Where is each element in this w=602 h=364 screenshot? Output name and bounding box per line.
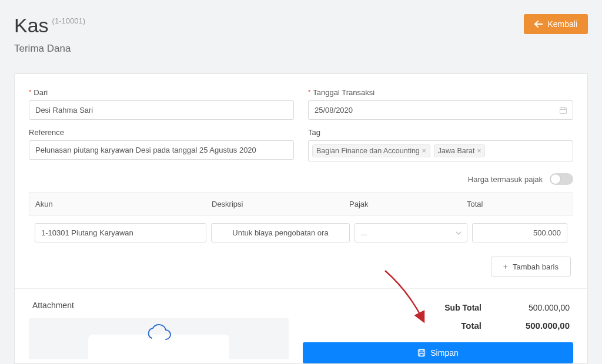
chevron-down-icon [456, 231, 461, 235]
arrow-left-icon [534, 21, 543, 28]
tag-input[interactable]: Bagian Finance dan Accounting × Jawa Bar… [308, 140, 573, 161]
close-icon[interactable]: × [422, 147, 426, 155]
form-card: *Dari *Tanggal Transaksi Reference Tag [14, 73, 588, 364]
svg-rect-0 [560, 107, 567, 113]
tag-chip-label: Jawa Barat [438, 147, 475, 155]
from-input[interactable] [29, 100, 294, 120]
from-label: Dari [34, 88, 48, 97]
col-header-description: Deskripsi [212, 200, 349, 208]
close-icon[interactable]: × [477, 147, 481, 155]
tax-included-label: Harga termasuk pajak [468, 175, 543, 184]
subtotal-value: 500.000,00 [481, 303, 570, 312]
attachment-title: Attachment [32, 301, 289, 310]
tag-label: Tag [308, 128, 320, 137]
date-label: Tanggal Transaksi [313, 88, 374, 97]
tag-chip-label: Bagian Finance dan Accounting [316, 147, 420, 155]
toggle-knob [551, 174, 560, 184]
total-label: Total [393, 321, 481, 331]
svg-rect-4 [419, 350, 425, 356]
col-header-tax: Pajak [349, 200, 467, 208]
attachment-dropzone[interactable] [29, 318, 289, 359]
total-value: 500.000,00 [481, 321, 570, 331]
page-subtitle: Terima Dana [14, 43, 85, 55]
save-button-label: Simpan [430, 348, 458, 358]
page-title-block: Kas (1-10001) Terima Dana [14, 14, 85, 55]
row-description-input[interactable] [211, 223, 350, 242]
required-marker: * [29, 89, 31, 96]
add-row-label: Tambah baris [513, 262, 558, 271]
upload-cloud-icon [145, 324, 172, 342]
reference-input[interactable] [29, 140, 294, 160]
back-button[interactable]: Kembali [524, 14, 588, 34]
back-button-label: Kembali [547, 19, 577, 29]
save-button[interactable]: Simpan [303, 342, 573, 363]
tag-chip[interactable]: Bagian Finance dan Accounting × [312, 144, 430, 157]
add-row-button[interactable]: + Tambah baris [491, 257, 571, 277]
row-account-input[interactable] [35, 223, 206, 242]
save-icon [417, 349, 426, 357]
calendar-icon[interactable] [559, 106, 567, 114]
table-header: Akun Deskripsi Pajak Total [29, 192, 573, 216]
svg-rect-5 [420, 350, 423, 352]
table-row [29, 216, 573, 253]
tax-included-toggle[interactable] [550, 173, 573, 185]
row-total-input[interactable] [472, 223, 567, 242]
subtotal-label: Sub Total [393, 303, 481, 312]
date-input[interactable] [308, 100, 573, 120]
svg-rect-6 [420, 353, 423, 356]
col-header-account: Akun [35, 200, 212, 208]
page-code: (1-10001) [52, 16, 85, 25]
row-tax-select[interactable] [354, 223, 467, 242]
reference-label: Reference [29, 128, 64, 137]
required-marker: * [308, 89, 310, 96]
plus-icon: + [503, 262, 508, 271]
col-header-total: Total [467, 200, 567, 208]
page-title: Kas [14, 14, 49, 37]
tag-chip[interactable]: Jawa Barat × [434, 144, 486, 157]
